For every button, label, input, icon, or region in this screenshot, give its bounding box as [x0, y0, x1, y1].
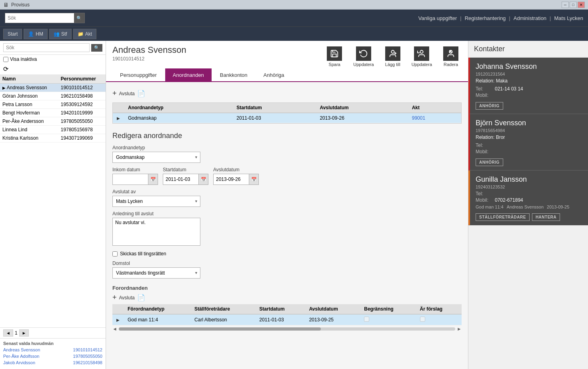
- doc-forord-icon[interactable]: 📄: [137, 294, 145, 301]
- contact-id-johanna: 191201231564: [476, 72, 582, 76]
- contact-name-johanna: Johanna Svensson: [476, 62, 582, 71]
- anordnandetyp-select[interactable]: Godmanskap Förvaltarskap Förmynderskap: [112, 152, 200, 163]
- inkom-cal-btn[interactable]: 📅: [148, 174, 158, 185]
- content-area: Andreas Svensson 190101014512 Spara: [106, 41, 468, 369]
- badge-anhorig-johanna[interactable]: ANHÖRIG: [476, 102, 503, 110]
- tab-anhoriga[interactable]: Anhöriga: [256, 68, 292, 81]
- inkom-datum-input[interactable]: [112, 174, 148, 185]
- person-row-name: Per-Åke Andersson: [0, 117, 58, 126]
- person-table-row[interactable]: Kristina Karlsson194307199069: [0, 134, 106, 142]
- show-inactive-checkbox[interactable]: [3, 57, 8, 62]
- recent-item[interactable]: Jakob Arvidsson196210158498: [3, 360, 102, 366]
- avslut-cal-btn[interactable]: 📅: [249, 174, 259, 185]
- nav-register[interactable]: Registerhantering: [465, 15, 506, 21]
- recent-item[interactable]: Andreas Svensson190101014512: [3, 347, 102, 353]
- forord-row-arrow: [112, 314, 124, 325]
- stf-button[interactable]: 👥 Stf: [49, 29, 72, 39]
- search-button[interactable]: 🔍: [74, 13, 84, 23]
- doc-icon[interactable]: 📄: [137, 90, 145, 97]
- recent-name[interactable]: Jakob Arvidsson: [3, 360, 35, 365]
- person-table-row[interactable]: Andreas Svensson190101014512: [0, 84, 106, 92]
- nav-user[interactable]: Mats Lycken: [554, 15, 584, 21]
- forord-limit: [360, 314, 416, 325]
- recent-name[interactable]: Andreas Svensson: [3, 347, 40, 352]
- contact-tel-gunilla: Tel:: [476, 191, 582, 197]
- search-input[interactable]: [5, 13, 74, 23]
- delete-action-btn[interactable]: Radera: [440, 45, 462, 68]
- update2-action-btn[interactable]: Uppdatera: [408, 45, 435, 68]
- table-row[interactable]: Godmanskap 2011-01-03 2013-09-26 99001: [113, 113, 461, 123]
- badge-anhorig-bjorn[interactable]: ANHÖRIG: [476, 158, 503, 166]
- delete-icon: [443, 46, 458, 61]
- mobil-label-g: Mobil:: [476, 197, 492, 203]
- delete-action-label: Radera: [444, 62, 458, 67]
- row-akt[interactable]: 99001: [408, 113, 461, 123]
- person-table-row[interactable]: Bengt Hovferman194201019999: [0, 109, 106, 117]
- svg-point-0: [391, 50, 394, 53]
- tingsratten-checkbox[interactable]: [112, 251, 118, 257]
- avsluta-forord-label[interactable]: Avsluta: [119, 295, 135, 301]
- contact-tel-johanna: Tel: 021-14 03 14: [476, 86, 582, 92]
- start-button[interactable]: Start: [3, 29, 22, 39]
- forord-limit-cb: [364, 317, 369, 322]
- close-button[interactable]: ✕: [578, 2, 585, 8]
- person-table-row[interactable]: Petra Larsson195309124592: [0, 100, 106, 109]
- col-startdatum: Startdatum: [232, 103, 316, 113]
- person-row-id: 194201019999: [58, 109, 106, 117]
- start-datum-label: Startdatum: [163, 167, 208, 172]
- domstol-label: Domstol: [112, 261, 462, 266]
- page-prev[interactable]: ◄: [3, 329, 13, 337]
- scroll-left-btn[interactable]: ◄: [112, 326, 117, 332]
- second-toolbar: Start 👤 HM 👥 Stf 📁 Akt: [0, 26, 588, 41]
- forord-table-row[interactable]: God man 11:4 Carl Albertsson 2011-01-03 …: [112, 314, 462, 325]
- contact-relation-bjorn: Relation: Bror: [476, 134, 582, 140]
- tab-personuppgifter[interactable]: Personuppgifter: [112, 68, 164, 81]
- badge-hantera[interactable]: HANTERA: [532, 213, 560, 221]
- nav-vanliga[interactable]: Vanliga uppgifter: [418, 15, 457, 21]
- contact-mobil-bjorn: Mobil:: [476, 149, 582, 154]
- tel-label-j: Tel:: [476, 86, 492, 92]
- minimize-button[interactable]: ─: [562, 2, 569, 8]
- save-action-btn[interactable]: Spara: [324, 45, 345, 68]
- maximize-button[interactable]: □: [570, 2, 577, 8]
- col-stallforeträdare: Ställföreträdare: [190, 304, 255, 314]
- scroll-right-btn[interactable]: ►: [457, 326, 462, 332]
- person-table-row[interactable]: Per-Åke Andersson197805055050: [0, 117, 106, 126]
- akt-button[interactable]: 📁 Akt: [73, 29, 96, 39]
- avslut-datum-input[interactable]: [213, 174, 249, 185]
- badge-stallforeträdare[interactable]: STÄLLFÖRETRÄDARE: [476, 213, 530, 221]
- person-row-name: Bengt Hovferman: [0, 109, 58, 117]
- anledning-textarea[interactable]: Nu avslutar vi.: [112, 218, 200, 246]
- contact-card-bjorn: Björn Svensson 197815654984 Relation: Br…: [468, 114, 588, 170]
- add-forord-icon[interactable]: +: [112, 293, 117, 302]
- recent-item[interactable]: Per-Åke Adolfsson197805055050: [3, 354, 102, 359]
- avslutat-av-label: Avslutat av: [112, 189, 462, 195]
- avslutat-av-select[interactable]: Mats Lycken Anna Svensson: [112, 196, 200, 207]
- hm-button[interactable]: 👤 HM: [24, 29, 48, 39]
- update1-action-btn[interactable]: Uppdatera: [350, 45, 377, 68]
- add-anordnande-icon[interactable]: +: [112, 89, 117, 98]
- domstol-select[interactable]: Västmanlands tingsrätt Stockholms tingsr…: [112, 267, 200, 279]
- god-man-person: Andreas Svensson: [507, 205, 544, 209]
- person-table-row[interactable]: Linnea Lind197805156978: [0, 126, 106, 134]
- sidebar-search-input[interactable]: [3, 43, 90, 52]
- person-row-id: 190101014512: [58, 84, 106, 92]
- mobil-value-gunilla: 0702-671894: [495, 197, 523, 203]
- person-table-row[interactable]: Göran Johnsson196210158498: [0, 92, 106, 100]
- global-search[interactable]: 🔍: [5, 13, 85, 23]
- page-next[interactable]: ►: [19, 329, 29, 337]
- tab-bankkonton[interactable]: Bankkonton: [212, 68, 255, 81]
- avsluta-label[interactable]: Avsluta: [119, 91, 135, 96]
- tab-anordnanden[interactable]: Anordnanden: [165, 68, 212, 81]
- recent-name[interactable]: Per-Åke Adolfsson: [3, 354, 40, 359]
- start-cal-btn[interactable]: 📅: [199, 174, 208, 185]
- add-action-btn[interactable]: Lägg till: [382, 45, 404, 68]
- col-forordnandetyp: Förordnandetyp: [124, 304, 190, 314]
- refresh-icon[interactable]: ⟳: [3, 66, 8, 72]
- start-datum-input[interactable]: [163, 174, 199, 185]
- god-man-date: 2013-09-25: [547, 205, 569, 209]
- anordnandetyp-label: Anordnandetyp: [112, 145, 462, 150]
- save-action-label: Spara: [329, 62, 340, 67]
- nav-admin[interactable]: Administration: [514, 15, 546, 21]
- sidebar-search-button[interactable]: 🔍: [91, 44, 102, 52]
